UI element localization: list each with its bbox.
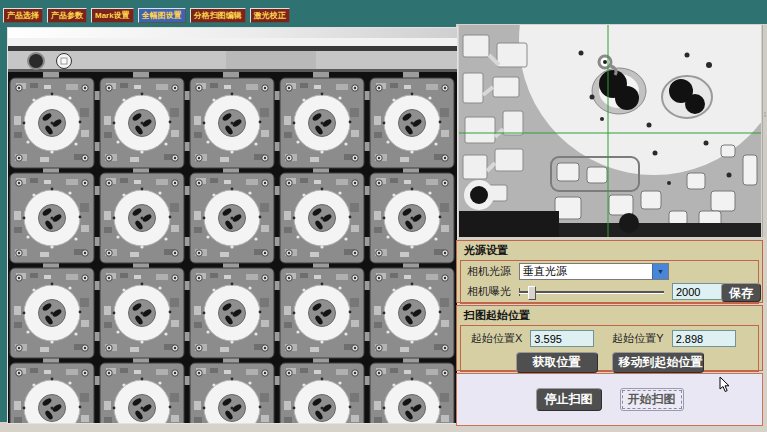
panel-scan-image bbox=[8, 28, 457, 423]
exposure-slider[interactable] bbox=[519, 285, 664, 299]
camera-light-select[interactable]: 垂直光源 ▼ bbox=[519, 263, 669, 280]
menu-item-3[interactable]: Mark设置 bbox=[91, 8, 134, 23]
splitter-grip-icon: ⁞ bbox=[763, 113, 767, 127]
get-position-button[interactable]: 获取位置 bbox=[516, 352, 598, 373]
start-scan-button[interactable]: 开始扫图 bbox=[620, 388, 684, 411]
start-y-label: 起始位置Y bbox=[612, 331, 663, 346]
splitter-strip[interactable]: ⁞ bbox=[762, 25, 767, 237]
menu-item-5[interactable]: 分格扫图编辑 bbox=[190, 8, 246, 23]
camera-image bbox=[459, 25, 761, 237]
menu-bar: 产品选择产品参数Mark设置全幅图设置分格扫图编辑激光校正 bbox=[3, 8, 290, 23]
camera-light-label: 相机光源 bbox=[467, 264, 511, 279]
scan-action-panel: 停止扫图 开始扫图 bbox=[456, 373, 763, 426]
menu-item-4[interactable]: 全幅图设置 bbox=[138, 8, 186, 23]
panel-scan-image-view[interactable] bbox=[7, 27, 458, 424]
slider-track bbox=[519, 291, 664, 294]
menu-item-1[interactable]: 产品选择 bbox=[3, 8, 43, 23]
app-window: 产品选择产品参数Mark设置全幅图设置分格扫图编辑激光校正 bbox=[0, 0, 767, 432]
save-button[interactable]: 保存 bbox=[721, 283, 761, 302]
exposure-input[interactable] bbox=[672, 283, 724, 300]
pcb-panel-artwork bbox=[8, 28, 457, 423]
scan-start-box: 起始位置X 起始位置Y 获取位置 移动到起始位置 bbox=[460, 325, 759, 372]
camera-light-value: 垂直光源 bbox=[523, 264, 567, 279]
camera-live-view[interactable] bbox=[459, 25, 761, 237]
slider-thumb[interactable] bbox=[528, 286, 536, 300]
scan-start-panel: 扫图起始位置 起始位置X 起始位置Y 获取位置 移动到起始位置 bbox=[456, 305, 763, 371]
chevron-down-icon[interactable]: ▼ bbox=[652, 264, 668, 279]
start-y-input[interactable] bbox=[672, 330, 736, 347]
menu-item-6[interactable]: 激光校正 bbox=[250, 8, 290, 23]
light-settings-title: 光源设置 bbox=[460, 242, 759, 260]
camera-pcb-artwork bbox=[459, 25, 761, 237]
light-settings-panel: 光源设置 相机光源 垂直光源 ▼ 相机曝光 保存 bbox=[456, 240, 763, 303]
scan-start-title: 扫图起始位置 bbox=[460, 307, 759, 325]
start-x-input[interactable] bbox=[530, 330, 594, 347]
stop-scan-button[interactable]: 停止扫图 bbox=[536, 388, 602, 411]
start-x-label: 起始位置X bbox=[471, 331, 522, 346]
exposure-label: 相机曝光 bbox=[467, 284, 511, 299]
light-settings-box: 相机光源 垂直光源 ▼ 相机曝光 保存 bbox=[460, 260, 759, 304]
move-to-start-button[interactable]: 移动到起始位置 bbox=[612, 352, 704, 373]
menu-item-2[interactable]: 产品参数 bbox=[47, 8, 87, 23]
